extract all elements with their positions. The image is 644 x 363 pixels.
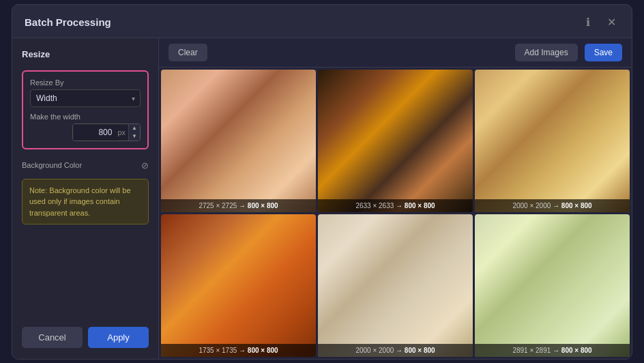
eraser-icon[interactable]: ⊘ xyxy=(141,160,149,171)
arrow-icon: → xyxy=(396,347,402,354)
image-label: 2000 × 2000 → 800 × 800 xyxy=(475,199,630,212)
note-box: Note: Background color will be used only… xyxy=(22,179,149,225)
food-image-6 xyxy=(475,214,630,357)
arrow-icon: → xyxy=(553,202,559,209)
dialog-title: Batch Processing xyxy=(25,16,111,28)
info-icon: ℹ xyxy=(586,16,590,29)
image-label: 2725 × 2725 → 800 × 800 xyxy=(161,199,316,212)
food-image-2 xyxy=(318,70,473,212)
arrow-icon: → xyxy=(239,202,246,209)
resize-options-box: Resize By Width Height Percentage Longes… xyxy=(22,70,149,149)
make-width-label: Make the width xyxy=(30,113,141,121)
close-icon: ✕ xyxy=(607,16,616,29)
image-cell: 2000 × 2000 → 800 × 800 xyxy=(318,214,473,357)
width-increment-button[interactable]: ▲ xyxy=(129,124,140,132)
resize-section-title: Resize xyxy=(22,49,149,59)
original-size: 2000 × 2000 xyxy=(355,347,394,354)
new-size: 800 × 800 xyxy=(405,347,435,354)
make-width-field: Make the width px ▲ ▼ xyxy=(30,113,141,141)
resize-by-field: Resize By Width Height Percentage Longes… xyxy=(30,78,141,107)
cancel-button[interactable]: Cancel xyxy=(22,327,83,348)
new-size: 800 × 800 xyxy=(561,347,592,354)
food-image-1 xyxy=(161,70,316,212)
clear-button[interactable]: Clear xyxy=(169,44,207,61)
toolbar: Clear Add Images Save xyxy=(159,38,632,68)
resize-by-select[interactable]: Width Height Percentage Longest Side xyxy=(30,89,141,107)
width-spinner: ▲ ▼ xyxy=(128,124,140,141)
width-input[interactable] xyxy=(73,124,117,141)
resize-by-select-wrapper: Width Height Percentage Longest Side xyxy=(30,89,141,107)
add-images-button[interactable]: Add Images xyxy=(515,44,578,61)
image-label: 2000 × 2000 → 800 × 800 xyxy=(318,344,473,357)
image-cell: 2633 × 2633 → 800 × 800 xyxy=(318,70,473,212)
arrow-icon: → xyxy=(396,202,402,209)
food-image-3 xyxy=(475,70,630,212)
background-color-label: Background Color xyxy=(22,161,137,169)
image-cell: 2725 × 2725 → 800 × 800 xyxy=(161,70,316,212)
note-text: Note: Background color will be used only… xyxy=(29,186,131,217)
action-buttons: Cancel Apply xyxy=(22,327,149,348)
new-size: 800 × 800 xyxy=(405,202,435,209)
original-size: 2891 × 2891 xyxy=(512,347,551,354)
width-input-wrapper: px ▲ ▼ xyxy=(72,124,141,141)
image-label: 1735 × 1735 → 800 × 800 xyxy=(161,344,316,357)
batch-processing-dialog: Batch Processing ℹ ✕ Resize Resize By Wi… xyxy=(12,4,632,360)
image-label: 2633 × 2633 → 800 × 800 xyxy=(318,199,473,212)
new-size: 800 × 800 xyxy=(248,347,278,354)
image-label: 2891 × 2891 → 800 × 800 xyxy=(475,344,630,357)
image-cell: 1735 × 1735 → 800 × 800 xyxy=(161,214,316,357)
image-grid: 2725 × 2725 → 800 × 8002633 × 2633 → 800… xyxy=(159,68,632,359)
image-cell: 2891 × 2891 → 800 × 800 xyxy=(475,214,630,357)
original-size: 2725 × 2725 xyxy=(199,202,237,209)
dialog-body: Resize Resize By Width Height Percentage… xyxy=(12,38,632,359)
save-button[interactable]: Save xyxy=(585,44,622,61)
new-size: 800 × 800 xyxy=(561,202,592,209)
original-size: 2000 × 2000 xyxy=(512,202,551,209)
image-cell: 2000 × 2000 → 800 × 800 xyxy=(475,70,630,212)
main-content: Clear Add Images Save 2725 × 2725 → 800 … xyxy=(159,38,632,359)
resize-by-label: Resize By xyxy=(30,78,141,87)
new-size: 800 × 800 xyxy=(248,202,278,209)
original-size: 2633 × 2633 xyxy=(355,202,394,209)
dialog-header: Batch Processing ℹ ✕ xyxy=(12,5,632,38)
background-color-row: Background Color ⊘ xyxy=(22,160,149,171)
arrow-icon: → xyxy=(553,347,559,354)
apply-button[interactable]: Apply xyxy=(88,327,149,348)
food-image-5 xyxy=(318,214,473,357)
width-input-row: px ▲ ▼ xyxy=(30,124,141,141)
sidebar: Resize Resize By Width Height Percentage… xyxy=(12,38,159,359)
px-label: px xyxy=(117,125,128,140)
food-image-4 xyxy=(161,214,316,357)
width-decrement-button[interactable]: ▼ xyxy=(129,132,140,141)
header-icons: ℹ ✕ xyxy=(580,14,619,31)
original-size: 1735 × 1735 xyxy=(199,347,237,354)
close-button[interactable]: ✕ xyxy=(603,14,619,31)
arrow-icon: → xyxy=(239,347,246,354)
info-button[interactable]: ℹ xyxy=(580,14,596,31)
